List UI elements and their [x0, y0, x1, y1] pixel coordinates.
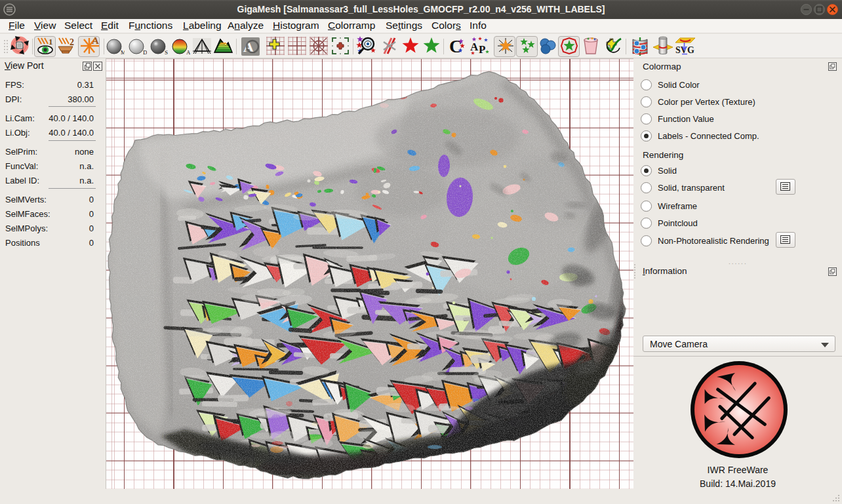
svg-text:1: 1	[49, 37, 53, 47]
svg-text:A: A	[92, 36, 99, 46]
svg-text:M: M	[121, 49, 125, 56]
svg-text:C: C	[449, 36, 462, 56]
svg-text:D: D	[143, 49, 147, 56]
svg-text:A: A	[470, 41, 479, 53]
svg-text:S: S	[165, 49, 168, 56]
svg-text:2: 2	[70, 37, 74, 47]
svg-text:P: P	[479, 43, 485, 56]
svg-text:A: A	[186, 49, 190, 56]
